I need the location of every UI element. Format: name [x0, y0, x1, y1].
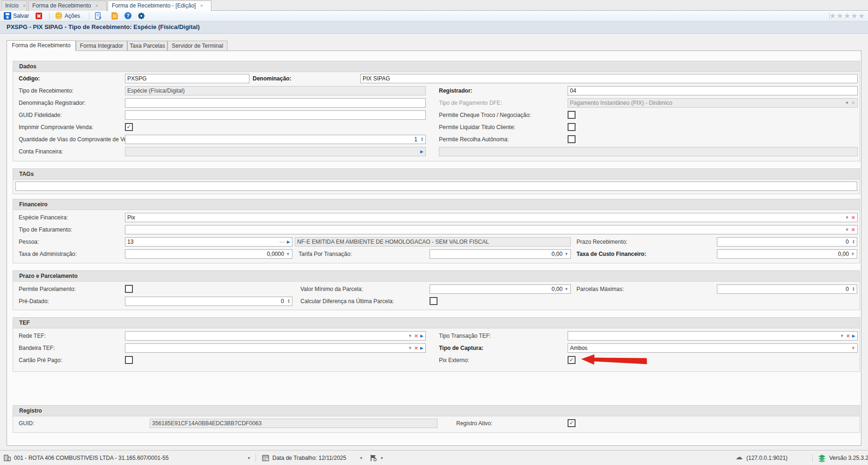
delete-icon[interactable]: [35, 12, 43, 20]
doc-tab-forma-recebimento[interactable]: Forma de Recebimento×: [28, 0, 107, 11]
report-document-icon[interactable]: [111, 12, 118, 20]
permite-liquidar-label: Permite Liquidar Titulo Cliente:: [439, 123, 515, 132]
detail-arrow-icon[interactable]: ▶: [420, 346, 423, 350]
conta-financeira-field[interactable]: ▶: [125, 147, 426, 156]
permite-cheque-checkbox[interactable]: ✓: [568, 111, 576, 119]
chevron-down-icon[interactable]: ▼: [359, 456, 363, 460]
prazo-recebimento-stepper[interactable]: 0▲▼: [717, 237, 857, 247]
close-icon[interactable]: ×: [23, 3, 26, 8]
especie-financeira-combo[interactable]: Pix▼✕: [125, 213, 858, 222]
valor-minimo-input[interactable]: 0,00▼: [430, 284, 571, 294]
spinner-arrows-icon[interactable]: ▲▼: [419, 137, 423, 142]
spinner-arrows-icon[interactable]: ▲▼: [851, 287, 855, 291]
clear-icon[interactable]: ✕: [851, 227, 855, 232]
parcelas-maximas-stepper[interactable]: 0▲▼: [717, 284, 857, 294]
section-prazo-title: Prazo e Parcelamento: [13, 271, 860, 282]
chevron-down-icon[interactable]: ▼: [380, 456, 384, 460]
tab-taxa-parcelas[interactable]: Taxa Parcelas: [127, 41, 168, 51]
section-registro-title: Registro: [13, 406, 860, 416]
actions-button[interactable]: Ações: [65, 12, 80, 20]
taxa-administracao-input[interactable]: 0,0000▼: [125, 249, 292, 259]
tarifa-transacao-input[interactable]: 0,00▼: [430, 249, 571, 259]
doc-tab-forma-recebimento-edicao[interactable]: Forma de Recebimento - [Edição]×: [108, 0, 212, 11]
guid-fidelidade-label: GUID Fidelidade:: [19, 110, 62, 120]
tipo-captura-combo[interactable]: Ambos▼: [568, 343, 858, 353]
guid-fidelidade-input[interactable]: [125, 110, 426, 120]
export-document-icon[interactable]: [95, 12, 102, 20]
work-date-selector[interactable]: Data de Trabalho: 12/11/2025: [272, 455, 346, 461]
registrador-label: Registrador:: [439, 86, 472, 95]
clear-icon[interactable]: ✕: [851, 215, 855, 220]
chevron-down-icon[interactable]: ▼: [845, 216, 849, 220]
actions-database-icon[interactable]: [55, 12, 63, 20]
codigo-input[interactable]: PXSPG: [125, 74, 249, 83]
server-address: (127.0.0.1:9021): [746, 455, 788, 461]
prazo-recebimento-value: 0: [719, 239, 849, 245]
registrador-input[interactable]: 04: [568, 86, 858, 95]
rede-tef-combo[interactable]: ▼✕▶: [125, 331, 426, 341]
doc-tab-inicio[interactable]: Início×: [1, 0, 27, 11]
tipo-pagamento-dfe-value: Pagamento Instantâneo (PIX) - Dinâmico: [570, 100, 843, 106]
spinner-arrows-icon[interactable]: ▲▼: [851, 240, 855, 244]
close-icon[interactable]: ×: [95, 3, 98, 8]
chevron-down-icon[interactable]: ▼: [564, 287, 569, 291]
tab-forma-integrador[interactable]: Forma Integrador: [76, 41, 127, 51]
lookup-ellipsis-icon[interactable]: ⋯: [279, 240, 285, 245]
company-selector[interactable]: 001 - ROTA 406 COMBUSTIVEIS LTDA - 31.16…: [14, 455, 168, 461]
save-button[interactable]: Salvar: [13, 12, 29, 20]
pre-datado-stepper[interactable]: 0▲▼: [125, 297, 292, 306]
chevron-down-icon[interactable]: ▼: [851, 346, 855, 350]
cartao-pre-pago-checkbox[interactable]: ✓: [125, 356, 133, 364]
registro-ativo-checkbox[interactable]: ✓: [568, 419, 576, 427]
clear-icon[interactable]: ✕: [414, 346, 418, 351]
statusbar-separator: [812, 454, 813, 462]
chevron-down-icon[interactable]: ▼: [845, 228, 849, 232]
chevron-down-icon[interactable]: ▼: [247, 456, 251, 460]
spinner-arrows-icon[interactable]: ▲▼: [286, 299, 290, 304]
pessoa-input[interactable]: 13⋯▶: [125, 237, 292, 247]
chevron-down-icon[interactable]: ▼: [408, 346, 412, 350]
permite-liquidar-checkbox[interactable]: ✓: [568, 123, 576, 131]
permite-recolha-checkbox[interactable]: ✓: [568, 135, 576, 143]
tab-servidor-de-terminal[interactable]: Servidor de Terminal: [168, 41, 227, 51]
denominacao-value: PIX SIPAG: [363, 75, 855, 82]
imprimir-comprovante-checkbox[interactable]: ✓: [125, 123, 133, 131]
tipo-transacao-tef-combo[interactable]: ▼✕▶: [568, 331, 858, 341]
tipo-faturamento-combo[interactable]: ▼✕: [125, 225, 858, 234]
chevron-down-icon[interactable]: ▼: [408, 334, 412, 338]
tab-forma-de-recebimento[interactable]: Forma de Recebimento: [7, 40, 76, 51]
taxa-custo-input[interactable]: 0,00▼: [717, 249, 857, 259]
detail-arrow-icon[interactable]: ▶: [852, 334, 855, 338]
permite-parcelamento-checkbox[interactable]: ✓: [125, 285, 133, 293]
especie-financeira-label: Espécie Financeira:: [19, 213, 68, 222]
tags-input[interactable]: [15, 182, 857, 191]
chevron-down-icon[interactable]: ▼: [286, 252, 290, 256]
qtd-vias-stepper[interactable]: 1▲▼: [125, 135, 426, 144]
check-icon: ✓: [569, 357, 575, 363]
toolbar-separator: [49, 13, 50, 20]
denominacao-registrador-input[interactable]: [125, 98, 426, 108]
pessoa-nome-field: NF-E EMITIDA EM AMBIENTE DE HOMOLOGACAO …: [295, 237, 571, 247]
permite-cheque-label: Permite Cheque Troco / Negociação:: [439, 110, 531, 120]
help-icon[interactable]: ?: [124, 12, 131, 19]
rating-stars-icon[interactable]: ★★★★★: [830, 12, 866, 20]
detail-arrow-icon[interactable]: ▶: [420, 334, 423, 338]
detail-arrow-icon[interactable]: ▶: [287, 240, 290, 244]
parcelas-maximas-value: 0: [719, 286, 849, 292]
save-icon[interactable]: [4, 12, 11, 20]
tipo-captura-value: Ambos: [570, 345, 849, 351]
clear-icon[interactable]: ✕: [414, 334, 418, 339]
check-icon: ✓: [126, 124, 132, 130]
chevron-down-icon[interactable]: ▼: [564, 252, 569, 256]
chevron-down-icon[interactable]: ▼: [840, 334, 844, 338]
denominacao-input[interactable]: PIX SIPAG: [360, 74, 858, 83]
pix-externo-checkbox[interactable]: ✓: [568, 356, 576, 364]
flag-icon[interactable]: [370, 454, 377, 462]
detail-arrow-icon[interactable]: ▶: [420, 150, 423, 154]
clear-icon[interactable]: ✕: [846, 334, 850, 339]
settings-gear-icon[interactable]: [138, 12, 145, 20]
close-icon[interactable]: ×: [200, 3, 203, 8]
bandeira-tef-combo[interactable]: ▼✕▶: [125, 343, 426, 353]
chevron-down-icon[interactable]: ▼: [851, 252, 855, 256]
calcular-diferenca-checkbox[interactable]: ✓: [430, 297, 438, 305]
